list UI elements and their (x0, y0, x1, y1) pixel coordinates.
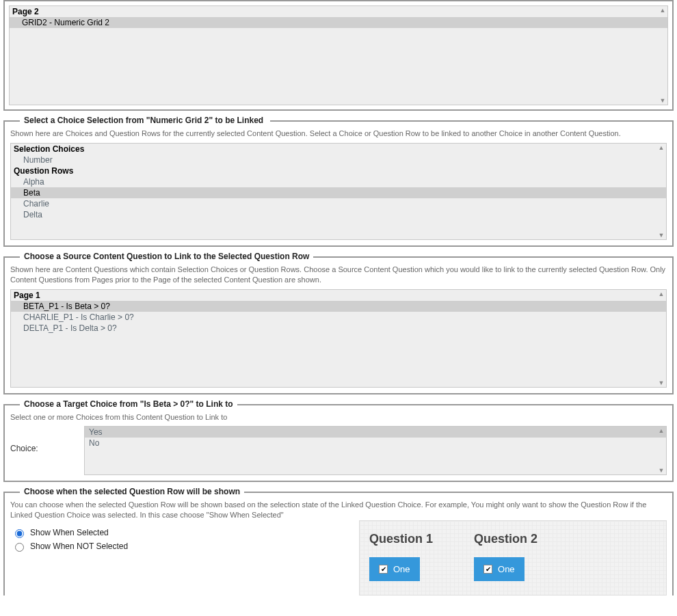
choice-item[interactable]: Number (11, 155, 666, 165)
preview-q2-option[interactable]: ✔ One (474, 557, 525, 581)
source-question-listbox[interactable]: ▲ ▼ Page 1 BETA_P1 - Is Beta > 0?CHARLIE… (10, 289, 667, 388)
legend-text: Select a Choice Selection from " (24, 116, 150, 125)
content-question-item[interactable]: GRID2 - Numeric Grid 2 (10, 17, 667, 28)
preview-question-1: Question 1 ✔ One (369, 532, 433, 589)
radio-show-when-selected-input[interactable] (15, 529, 24, 538)
target-choice-desc: Select one or more Choices from this Con… (10, 412, 667, 423)
source-question-legend: Choose a Source Content Question to Link… (20, 252, 313, 261)
radio-label: Show When NOT Selected (30, 541, 128, 551)
selection-choices-header: Selection Choices (11, 144, 666, 155)
choice-label: Choice: (10, 426, 79, 453)
target-choice-panel: Choose a Target Choice from "Is Beta > 0… (3, 404, 674, 483)
source-question-item[interactable]: CHARLIE_P1 - Is Charlie > 0? (11, 312, 666, 323)
legend-subject: Is Beta > 0? (144, 399, 190, 409)
source-question-item[interactable]: BETA_P1 - Is Beta > 0? (11, 301, 666, 312)
preview-q1-title: Question 1 (369, 532, 433, 546)
legend-text: Choose a Target Choice from " (24, 399, 144, 409)
target-choice-listbox[interactable]: ▲ ▼ YesNo (84, 426, 667, 475)
preview-option-label: One (498, 564, 515, 574)
preview-option-label: One (393, 564, 410, 574)
target-choice-legend: Choose a Target Choice from "Is Beta > 0… (20, 399, 237, 409)
legend-text: " to be Linked (209, 116, 263, 125)
page-header: Page 2 (10, 6, 667, 17)
show-when-desc: You can choose when the selected Questio… (10, 500, 667, 520)
scroll-down-icon: ▼ (659, 97, 666, 104)
radio-show-when-not-selected-input[interactable] (15, 543, 24, 552)
choice-selection-desc: Shown here are Choices and Question Rows… (10, 129, 667, 139)
checkbox-icon: ✔ (483, 565, 492, 574)
target-choice-item[interactable]: Yes (85, 427, 666, 438)
choice-selection-panel: Select a Choice Selection from "Numeric … (3, 120, 674, 247)
checkbox-icon: ✔ (379, 565, 388, 574)
radio-show-when-not-selected[interactable]: Show When NOT Selected (12, 541, 359, 552)
target-choice-item[interactable]: No (85, 438, 666, 448)
scroll-down-icon: ▼ (658, 467, 665, 474)
radio-label: Show When Selected (30, 528, 109, 537)
question-row-item[interactable]: Delta (11, 209, 666, 220)
question-row-item[interactable]: Alpha (11, 176, 666, 187)
scroll-down-icon: ▼ (658, 232, 665, 239)
choice-selection-legend: Select a Choice Selection from "Numeric … (20, 116, 270, 125)
scroll-down-icon: ▼ (658, 379, 665, 386)
legend-text: " to Link to (190, 399, 233, 409)
preview-q1-option[interactable]: ✔ One (369, 557, 420, 581)
question-row-item[interactable]: Charlie (11, 198, 666, 209)
question-rows-header: Question Rows (11, 165, 666, 176)
legend-trail-line (263, 116, 265, 125)
preview-box: Question 1 ✔ One Question 2 ✔ One (359, 520, 667, 595)
source-question-panel: Choose a Source Content Question to Link… (3, 256, 674, 394)
source-question-desc: Shown here are Content Questions which c… (10, 265, 667, 285)
preview-question-2: Question 2 ✔ One (474, 532, 537, 589)
page-header: Page 1 (11, 290, 666, 301)
legend-subject: Numeric Grid 2 (150, 116, 209, 125)
content-question-listbox[interactable]: ▲ ▼ Page 2 GRID2 - Numeric Grid 2 (9, 5, 668, 105)
preview-q2-title: Question 2 (474, 532, 537, 546)
radio-show-when-selected[interactable]: Show When Selected (12, 527, 359, 538)
question-row-item[interactable]: Beta (11, 187, 666, 198)
show-when-legend: Choose when the selected Question Row wi… (20, 487, 244, 496)
content-question-panel: ▲ ▼ Page 2 GRID2 - Numeric Grid 2 (3, 0, 674, 111)
choice-selection-listbox[interactable]: ▲ ▼ Selection Choices Number Question Ro… (10, 143, 667, 240)
source-question-item[interactable]: DELTA_P1 - Is Delta > 0? (11, 323, 666, 334)
show-when-panel: Choose when the selected Question Row wi… (3, 492, 674, 595)
